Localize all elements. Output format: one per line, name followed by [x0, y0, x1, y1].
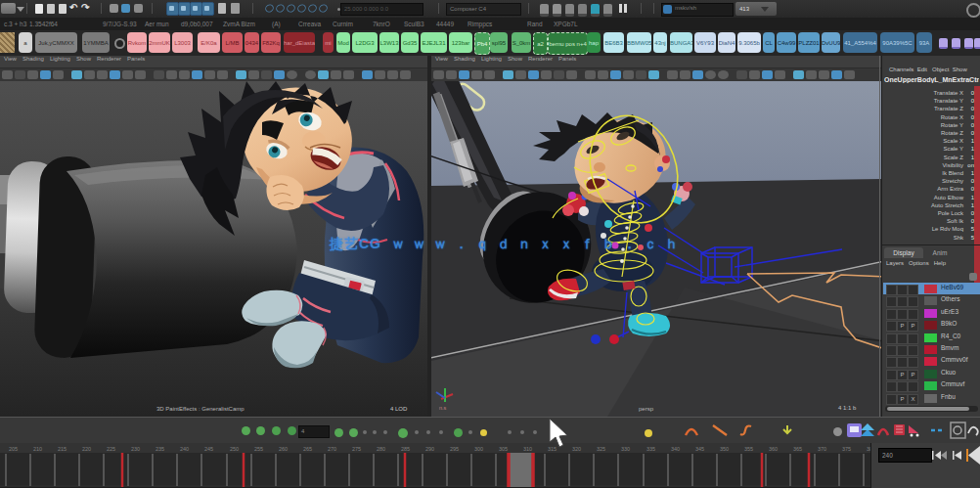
svg-text:245: 245	[204, 446, 213, 452]
svg-text:285: 285	[401, 446, 410, 452]
svg-text:365: 365	[793, 446, 802, 452]
svg-text:375: 375	[842, 446, 851, 452]
svg-text:215: 215	[58, 446, 67, 452]
svg-text:335: 335	[646, 446, 655, 452]
svg-text:220: 220	[82, 446, 91, 452]
svg-text:300: 300	[474, 446, 483, 452]
svg-text:3D PaintEffects : GeneralistCa: 3D PaintEffects : GeneralistCamp	[156, 406, 245, 412]
svg-text:250: 250	[230, 446, 239, 452]
svg-text:235: 235	[156, 446, 164, 452]
svg-text:n.s: n.s	[439, 405, 447, 411]
svg-text:305: 305	[499, 446, 508, 452]
svg-text:230: 230	[131, 446, 140, 452]
svg-text:360: 360	[769, 446, 778, 452]
svg-text:205: 205	[9, 446, 18, 452]
svg-text:260: 260	[279, 446, 288, 452]
svg-text:240: 240	[180, 446, 189, 452]
svg-text:265: 265	[303, 446, 312, 452]
svg-text:345: 345	[695, 446, 704, 452]
svg-text:persp: persp	[639, 406, 654, 412]
svg-text:225: 225	[107, 446, 115, 452]
svg-text:350: 350	[720, 446, 729, 452]
svg-text:210: 210	[33, 446, 42, 452]
svg-text:355: 355	[744, 446, 753, 452]
svg-text:310: 310	[523, 446, 532, 452]
svg-text:340: 340	[671, 446, 680, 452]
svg-text:280: 280	[377, 446, 385, 452]
svg-text:290: 290	[425, 446, 434, 452]
svg-text:255: 255	[254, 446, 263, 452]
svg-text:4 LOD: 4 LOD	[390, 406, 408, 412]
svg-text:270: 270	[328, 446, 336, 452]
svg-text:269: 269	[513, 446, 524, 452]
svg-text:370: 370	[818, 446, 826, 452]
svg-text:295: 295	[450, 446, 459, 452]
svg-text:330: 330	[621, 446, 630, 452]
svg-text:4 1:1 b: 4 1:1 b	[838, 405, 857, 411]
svg-text:275: 275	[352, 446, 361, 452]
svg-text:325: 325	[597, 446, 605, 452]
